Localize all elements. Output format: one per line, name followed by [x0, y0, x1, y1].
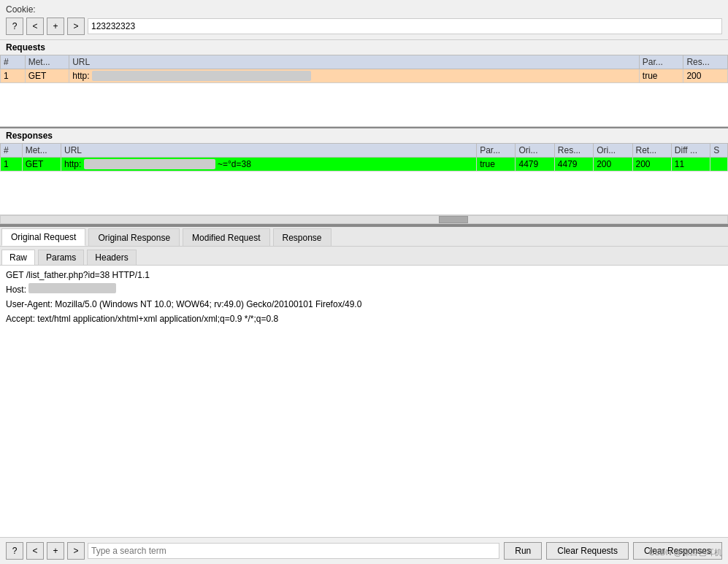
res-cell-ori-size: 4479 [516, 158, 554, 171]
responses-empty-area [0, 171, 728, 215]
res-cell-params: true [477, 158, 516, 171]
tab-response[interactable]: Response [273, 228, 332, 246]
table-row[interactable]: 1 GET http: true 200 [1, 69, 728, 83]
forward-button[interactable]: > [67, 18, 85, 35]
content-line-3: User-Agent: Mozilla/5.0 (Windows NT 10.0… [6, 298, 722, 311]
clear-requests-button[interactable]: Clear Requests [546, 542, 629, 560]
res-cell-res-size: 4479 [554, 158, 593, 171]
toolbar-help-button[interactable]: ? [6, 542, 23, 560]
responses-table-container: # Met... URL Par... Ori... Res... Ori...… [0, 143, 728, 224]
requests-empty-area [0, 83, 728, 127]
res-col-ori1[interactable]: Ori... [516, 144, 554, 158]
req-col-resp[interactable]: Res... [683, 55, 728, 69]
back-button[interactable]: < [26, 18, 44, 35]
toolbar-add-button[interactable]: + [47, 542, 64, 560]
toolbar-back-button[interactable]: < [26, 542, 44, 560]
res-cell-diff: 11 [671, 158, 710, 171]
help-button[interactable]: ? [6, 18, 23, 35]
req-cell-params: true [639, 69, 683, 83]
responses-label: Responses [0, 128, 728, 143]
sub-tab-headers[interactable]: Headers [87, 250, 136, 265]
content-line-2: Host: [6, 283, 722, 296]
requests-section: Requests # Met... URL Par... Res... 1 GE… [0, 40, 728, 128]
main-container: Cookie: ? < + > Requests # Met... URL Pa… [0, 0, 728, 564]
req-col-num[interactable]: # [1, 55, 26, 69]
req-cell-method: GET [25, 69, 69, 83]
res-col-ori2[interactable]: Ori... [594, 144, 632, 158]
res-col-ret[interactable]: Ret... [632, 144, 671, 158]
req-col-params[interactable]: Par... [639, 55, 683, 69]
toolbar-forward-button[interactable]: > [67, 542, 85, 560]
main-tab-row: Original Request Original Response Modif… [0, 227, 728, 247]
requests-label: Requests [0, 40, 728, 55]
req-cell-resp: 200 [683, 69, 728, 83]
res-col-res[interactable]: Res... [554, 144, 593, 158]
req-col-url[interactable]: URL [69, 55, 640, 69]
requests-table-container: # Met... URL Par... Res... 1 GET http: [0, 55, 728, 127]
res-col-url[interactable]: URL [61, 144, 476, 158]
responses-section: Responses # Met... URL Par... Ori... Res… [0, 128, 728, 225]
tab-original-response[interactable]: Original Response [88, 228, 180, 246]
res-col-num[interactable]: # [1, 144, 23, 158]
res-cell-ori-status: 200 [594, 158, 632, 171]
cookie-input[interactable] [88, 18, 722, 34]
res-col-diff[interactable]: Diff ... [671, 144, 710, 158]
bottom-toolbar: ? < + > Run Clear Requests Clear Respons… [0, 537, 728, 564]
req-cell-url: http: [69, 69, 640, 83]
horizontal-scrollbar[interactable] [0, 215, 728, 224]
responses-header-row: # Met... URL Par... Ori... Res... Ori...… [1, 144, 728, 158]
search-input[interactable] [88, 543, 499, 559]
bottom-section: Original Request Original Response Modif… [0, 225, 728, 564]
cookie-label: Cookie: [6, 4, 722, 15]
req-cell-num: 1 [1, 69, 26, 83]
scrollbar-thumb[interactable] [439, 216, 468, 223]
tab-modified-request[interactable]: Modified Request [183, 228, 269, 246]
req-col-method[interactable]: Met... [25, 55, 69, 69]
res-cell-method: GET [22, 158, 61, 171]
res-cell-url: http: ~=°d=38 [61, 158, 476, 171]
res-col-params[interactable]: Par... [477, 144, 516, 158]
requests-table: # Met... URL Par... Res... 1 GET http: [0, 55, 728, 83]
res-cell-ret-status: 200 [632, 158, 671, 171]
content-line-1: GET /list_father.php?id=38 HTTP/1.1 [6, 269, 722, 282]
content-area: GET /list_father.php?id=38 HTTP/1.1 Host… [0, 266, 728, 537]
watermark: CSDN @深白色耳机 [649, 547, 722, 558]
res-cell-s [710, 158, 728, 171]
header-section: Cookie: ? < + > [0, 0, 728, 40]
header-input-row: ? < + > [6, 18, 722, 35]
search-row: ? < + > [6, 542, 499, 560]
run-button[interactable]: Run [504, 542, 542, 560]
content-line-4: Accept: text/html application/xhtml+xml … [6, 312, 722, 325]
sub-tab-raw[interactable]: Raw [1, 250, 35, 265]
sub-tab-params[interactable]: Params [38, 250, 84, 265]
res-col-method[interactable]: Met... [22, 144, 61, 158]
sub-tab-row: Raw Params Headers [0, 247, 728, 266]
tab-original-request[interactable]: Original Request [1, 228, 85, 246]
table-row[interactable]: 1 GET http: ~=°d=38 true 4479 4479 200 [1, 158, 728, 171]
res-cell-num: 1 [1, 158, 23, 171]
responses-table: # Met... URL Par... Ori... Res... Ori...… [0, 143, 728, 171]
add-button[interactable]: + [47, 18, 64, 35]
res-col-s[interactable]: S [710, 144, 728, 158]
requests-header-row: # Met... URL Par... Res... [1, 55, 728, 69]
